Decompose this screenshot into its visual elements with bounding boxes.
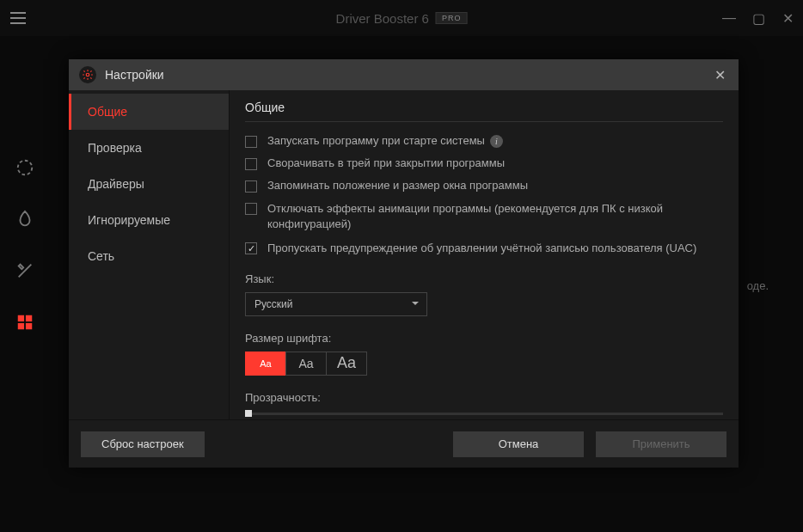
slider-thumb[interactable]	[245, 410, 252, 417]
fontsize-small-button[interactable]: Aa	[245, 352, 286, 376]
language-label: Язык:	[245, 272, 723, 285]
option-run-at-startup[interactable]: Запускать программу при старте системыi	[245, 134, 723, 148]
checkbox[interactable]	[245, 203, 257, 215]
transparency-slider[interactable]	[245, 413, 723, 415]
tools-icon[interactable]	[14, 260, 36, 282]
checkbox[interactable]	[245, 242, 257, 254]
checkbox-label: Пропускать предупреждение об управлении …	[267, 241, 696, 256]
sidebar-item-label: Проверка	[88, 141, 142, 155]
sidebar-item-general[interactable]: Общие	[69, 94, 229, 130]
checkbox-label: Отключать эффекты анимации программы (ре…	[267, 201, 723, 232]
close-app-icon[interactable]: ✕	[781, 10, 794, 27]
svg-point-5	[86, 73, 89, 76]
fontsize-medium-button[interactable]: Aa	[285, 352, 327, 376]
apps-icon[interactable]	[14, 311, 36, 333]
sidebar-item-scan[interactable]: Проверка	[69, 130, 229, 166]
svg-rect-2	[26, 315, 32, 321]
fontsize-large-button[interactable]: Aa	[326, 352, 367, 376]
checkbox[interactable]	[245, 136, 257, 148]
transparency-label: Прозрачность:	[245, 391, 723, 404]
app-title-text: Driver Booster 6	[336, 11, 429, 26]
cancel-button[interactable]: Отмена	[453, 431, 584, 457]
checkbox-label: Запоминать положение и размер окна прогр…	[267, 179, 528, 192]
svg-point-0	[18, 161, 33, 175]
sidebar-item-label: Игнорируемые	[88, 213, 170, 227]
svg-rect-4	[26, 323, 32, 329]
checkbox[interactable]	[245, 158, 257, 170]
checkbox-label: Сворачивать в трей при закрытии программ…	[267, 156, 505, 169]
maximize-icon[interactable]: ▢	[751, 10, 765, 27]
apply-button[interactable]: Применить	[596, 431, 726, 457]
sidebar-item-label: Сеть	[88, 249, 114, 263]
section-heading: Общие	[245, 101, 723, 122]
option-skip-uac[interactable]: Пропускать предупреждение об управлении …	[245, 241, 723, 256]
language-value: Русский	[254, 298, 293, 310]
svg-rect-1	[18, 315, 24, 321]
info-icon[interactable]: i	[490, 135, 503, 148]
menu-icon[interactable]	[0, 0, 36, 36]
checkbox-label: Запускать программу при старте системыi	[267, 134, 503, 148]
option-remember-window[interactable]: Запоминать положение и размер окна прогр…	[245, 179, 723, 193]
sidebar-item-network[interactable]: Сеть	[69, 238, 229, 274]
settings-icon	[79, 66, 96, 83]
settings-sidebar: Общие Проверка Драйверы Игнорируемые Сет…	[69, 90, 229, 419]
background-hint-tail: оде.	[747, 279, 769, 292]
reset-button[interactable]: Сброс настроек	[81, 431, 205, 457]
option-minimize-to-tray[interactable]: Сворачивать в трей при закрытии программ…	[245, 156, 723, 170]
settings-dialog: Настройки ✕ Общие Проверка Драйверы Игно…	[69, 59, 739, 468]
dialog-footer: Сброс настроек Отмена Применить	[69, 419, 739, 468]
settings-content: Общие Запускать программу при старте сис…	[229, 90, 739, 419]
sidebar-item-ignored[interactable]: Игнорируемые	[69, 202, 229, 238]
chevron-down-icon	[411, 298, 420, 310]
close-icon[interactable]: ✕	[711, 66, 728, 83]
dialog-header: Настройки ✕	[69, 59, 739, 90]
boost-icon[interactable]	[14, 208, 36, 230]
pro-badge: PRO	[436, 12, 468, 24]
dialog-title: Настройки	[105, 68, 164, 82]
sidebar-item-drivers[interactable]: Драйверы	[69, 166, 229, 202]
option-disable-animation[interactable]: Отключать эффекты анимации программы (ре…	[245, 201, 723, 232]
checkbox[interactable]	[245, 180, 257, 193]
minimize-icon[interactable]: —	[722, 10, 736, 26]
sidebar-item-label: Общие	[88, 105, 127, 119]
svg-rect-3	[18, 323, 24, 329]
scan-icon[interactable]	[14, 156, 36, 179]
app-title: Driver Booster 6 PRO	[336, 11, 468, 26]
sidebar-item-label: Драйверы	[88, 177, 144, 191]
language-select[interactable]: Русский	[245, 292, 427, 316]
fontsize-label: Размер шрифта:	[245, 332, 723, 345]
